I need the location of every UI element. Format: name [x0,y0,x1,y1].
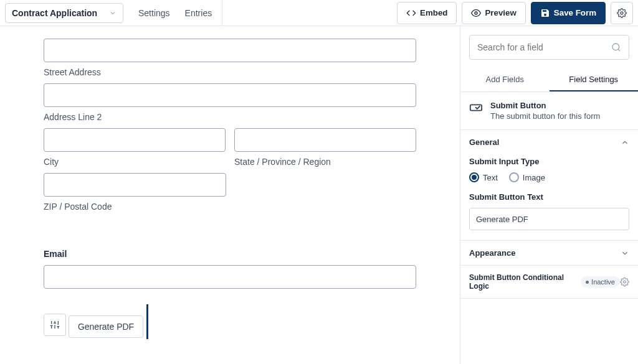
nav-entries[interactable]: Entries [185,8,212,18]
gear-icon [617,8,627,18]
nav-settings[interactable]: Settings [138,8,170,18]
svg-point-0 [475,12,477,14]
settings-button[interactable] [611,2,633,24]
street-address-input[interactable] [44,39,416,62]
email-input[interactable] [44,265,416,289]
svg-line-12 [618,49,620,51]
chevron-down-icon [109,9,117,17]
button-icon [469,101,483,114]
save-icon [540,8,550,18]
radio-circle-selected [469,172,479,182]
radio-image[interactable]: Image [509,172,545,182]
panel-general-label: General [469,138,499,147]
search-field-box[interactable] [469,35,629,60]
chevron-down-icon [621,249,629,258]
preview-label: Preview [485,8,516,17]
save-label: Save Form [554,8,596,17]
embed-button[interactable]: Embed [397,2,457,24]
panel-appearance-head[interactable]: Appearance [460,241,638,265]
radio-text-label: Text [483,173,498,182]
embed-label: Embed [420,8,447,17]
radio-image-label: Image [523,173,545,182]
search-icon [611,42,621,52]
street-address-label: Street Address [44,67,416,77]
logic-label: Submit Button Conditional Logic [469,273,576,291]
address-line-2-label: Address Line 2 [44,112,416,122]
address-line-2-input[interactable] [44,83,416,107]
logic-row: Submit Button Conditional Logic Inactive [460,266,638,299]
radio-text[interactable]: Text [469,172,498,182]
svg-point-14 [624,281,626,283]
email-heading: Email [44,249,416,259]
gear-icon[interactable] [620,277,629,287]
svg-point-11 [612,44,619,50]
form-selector-label: Contract Application [12,8,97,18]
panel-appearance-label: Appearance [469,248,515,258]
panel-appearance: Appearance [460,241,638,266]
city-input[interactable] [44,128,226,152]
code-icon [406,8,416,18]
topbar: Contract Application Settings Entries Em… [0,0,638,26]
selection-caret [146,304,148,339]
form-canvas[interactable]: Street Address Address Line 2 City State… [0,26,460,364]
submit-text-input[interactable] [469,208,629,230]
state-input[interactable] [234,128,416,152]
preview-button[interactable]: Preview [462,2,525,24]
logic-badge-text: Inactive [591,278,615,286]
search-input[interactable] [477,42,611,52]
submit-button[interactable]: Generate PDF [69,315,143,338]
zip-input[interactable] [44,173,226,197]
field-title: Submit Button [490,101,600,110]
svg-point-1 [621,12,623,14]
form-selector[interactable]: Contract Application [5,3,123,23]
tab-add-fields[interactable]: Add Fields [460,68,550,91]
submit-type-label: Submit Input Type [469,157,629,166]
nav-group: Settings Entries [128,0,222,26]
sidebar-tabs: Add Fields Field Settings [460,68,638,92]
logic-badge: Inactive [581,276,620,287]
submit-text-label: Submit Button Text [469,192,629,202]
radio-circle [509,172,519,182]
sidebar: Add Fields Field Settings Submit Button … [460,26,638,364]
eye-icon [471,8,481,18]
field-header: Submit Button The submit button for this… [460,92,638,130]
submit-button-label: Generate PDF [78,322,134,332]
badge-dot [586,281,589,284]
field-options-button[interactable] [44,314,66,336]
tab-field-settings[interactable]: Field Settings [550,68,639,91]
zip-label: ZIP / Postal Code [44,202,226,212]
city-label: City [44,157,226,167]
field-desc: The submit button for this form [490,111,600,121]
sliders-icon [50,320,60,330]
state-label: State / Province / Region [234,157,416,167]
save-form-button[interactable]: Save Form [531,2,606,24]
chevron-up-icon [621,138,629,147]
panel-general: General Submit Input Type Text Image [460,130,638,241]
panel-general-head[interactable]: General [460,130,638,154]
